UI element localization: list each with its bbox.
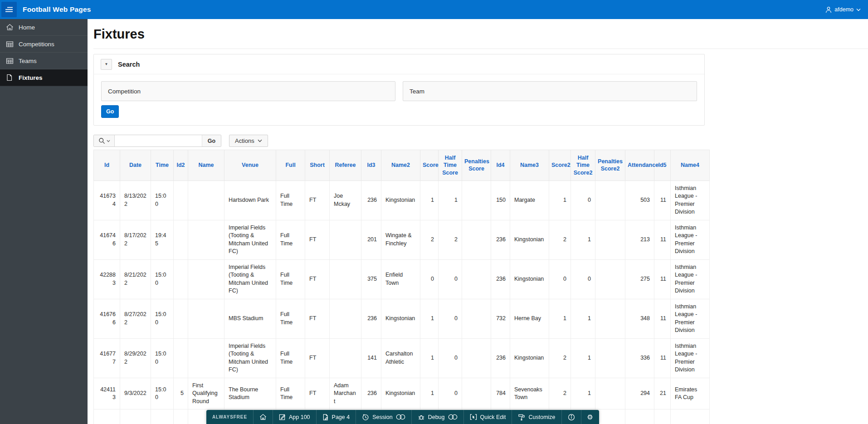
table-cell (595, 409, 625, 424)
table-cell: FT (305, 180, 330, 220)
column-header-id[interactable]: Id (94, 150, 120, 181)
collapse-region-button[interactable]: ▼ (101, 59, 112, 70)
column-header-venue[interactable]: Venue (224, 150, 276, 181)
table-cell: 732 (491, 299, 510, 338)
column-header-time[interactable]: Time (151, 150, 174, 181)
devtoolbar-app-button[interactable]: App 100 (273, 410, 317, 424)
sidebar-item-home[interactable]: Home (0, 19, 88, 36)
table-cell: Full Time (276, 220, 305, 259)
column-header-name3[interactable]: Name3 (510, 150, 549, 181)
table-cell (462, 259, 491, 299)
table-cell: 15:00 (151, 378, 174, 409)
table-cell (174, 259, 188, 299)
devtoolbar-page-button[interactable]: Page 4 (317, 410, 356, 424)
team-field[interactable] (403, 81, 697, 101)
table-cell: MBS Stadium (224, 299, 276, 338)
devtoolbar-settings-button[interactable]: ⚙︎ (581, 410, 599, 424)
table-cell: Kingstonian (381, 180, 420, 220)
report-search-input[interactable] (115, 135, 202, 146)
table-cell: 0 (571, 259, 595, 299)
column-header-full[interactable]: Full (276, 150, 305, 181)
column-header-penalties-score[interactable]: Penalties Score (462, 150, 491, 181)
column-header-name4[interactable]: Name4 (671, 150, 710, 181)
devtoolbar-item-label: Quick Edit (480, 414, 506, 420)
column-header-penalties-score2[interactable]: Penalties Score2 (595, 150, 625, 181)
table-cell: 375 (361, 259, 381, 299)
developer-toolbar: ALWAYSFREEApp 100Page 4SessionDebugQuick… (206, 410, 599, 424)
search-region: ▼ Search Go (93, 54, 705, 126)
devtoolbar-item-label: Page 4 (332, 414, 350, 420)
column-header-half-time-score2[interactable]: Half Time Score2 (571, 150, 595, 181)
table-cell: 1 (549, 180, 571, 220)
table-cell: 1 (549, 299, 571, 338)
table-cell: Kingstonian (381, 378, 420, 409)
search-column-selector-button[interactable] (94, 135, 115, 146)
sidebar-item-fixtures[interactable]: Fixtures (0, 69, 88, 86)
devtoolbar-home-button[interactable] (254, 410, 273, 424)
table-cell (595, 299, 625, 338)
table-cell: 275 (625, 259, 654, 299)
toggle-icon[interactable] (448, 414, 458, 420)
devtoolbar-quick-edit-button[interactable]: Quick Edit (464, 410, 512, 424)
devtoolbar-customize-button[interactable]: Customize (512, 410, 561, 424)
table-cell: Full Time (276, 299, 305, 338)
search-go-button[interactable]: Go (101, 105, 119, 118)
table-cell: 11 (654, 338, 671, 378)
column-header-id4[interactable]: Id4 (491, 150, 510, 181)
table-cell: 422883 (94, 259, 120, 299)
table-cell: 0 (439, 338, 462, 378)
table-cell: FT (305, 338, 330, 378)
table-cell: Kingstonian (381, 299, 420, 338)
column-header-score2[interactable]: Score2 (549, 150, 571, 181)
toggle-icon[interactable] (396, 414, 405, 420)
column-header-half-time-score[interactable]: Half Time Score (439, 150, 462, 181)
column-header-date[interactable]: Date (120, 150, 151, 181)
column-header-name2[interactable]: Name2 (381, 150, 420, 181)
column-header-attendance[interactable]: Attendance (625, 150, 654, 181)
table-cell: Full Time (276, 180, 305, 220)
table-cell: 141 (361, 338, 381, 378)
column-header-name[interactable]: Name (188, 150, 224, 181)
devtoolbar-item-label: Debug (428, 414, 445, 420)
table-cell: 1 (420, 180, 439, 220)
actions-menu-button[interactable]: Actions (229, 135, 268, 147)
table-cell (462, 299, 491, 338)
quick-edit-icon (470, 414, 477, 420)
hamburger-menu-button[interactable] (1, 2, 17, 17)
table-cell (174, 220, 188, 259)
table-cell: 416766 (94, 299, 120, 338)
column-header-referee[interactable]: Referee (330, 150, 361, 181)
table-cell: 2 (439, 220, 462, 259)
table-cell: Kingstonian (510, 220, 549, 259)
sidebar-item-teams[interactable]: Teams (0, 53, 88, 69)
devtoolbar-item-label: Session (372, 414, 392, 420)
table-cell: 236 (361, 180, 381, 220)
search-region-body: Go (94, 74, 704, 125)
page-title: Fixtures (93, 27, 862, 42)
table-cell: Carshalton Athletic (381, 338, 420, 378)
table-cell (595, 338, 625, 378)
report-go-button[interactable]: Go (202, 135, 221, 146)
competition-field[interactable] (101, 81, 395, 101)
table-cell: Isthmian League - Premier Division (671, 259, 710, 299)
sidebar-item-competitions[interactable]: Competitions (0, 36, 88, 53)
devtoolbar-debug-button[interactable]: Debug (412, 410, 464, 424)
table-cell (174, 299, 188, 338)
table-cell: 21 (654, 378, 671, 409)
table-cell: FT (305, 378, 330, 409)
devtoolbar-session-button[interactable]: Session (356, 410, 411, 424)
chevron-down-icon (258, 139, 262, 142)
table-cell (330, 259, 361, 299)
home-icon (6, 24, 14, 31)
table-cell (151, 409, 174, 424)
table-cell: Full Time (276, 259, 305, 299)
table-cell (595, 180, 625, 220)
devtoolbar-info-button[interactable] (562, 410, 581, 424)
column-header-score[interactable]: Score (420, 150, 439, 181)
session-icon (362, 414, 369, 421)
sidebar-item-label: Fixtures (19, 74, 43, 81)
column-header-short[interactable]: Short (305, 150, 330, 181)
user-menu[interactable]: afdemo (825, 6, 861, 13)
column-header-id2[interactable]: Id2 (174, 150, 188, 181)
column-header-id3[interactable]: Id3 (361, 150, 381, 181)
